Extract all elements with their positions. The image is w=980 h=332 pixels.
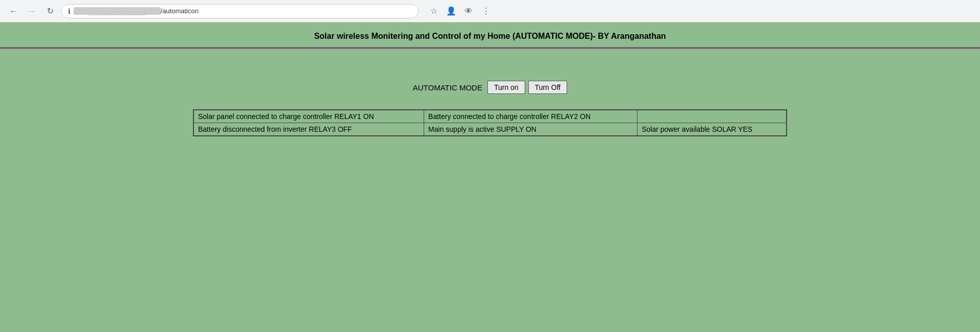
page-header: Solar wireless Monitering and Control of… (0, 22, 980, 48)
forward-button[interactable]: → (24, 4, 39, 18)
table-cell: Main supply is active SUPPLY ON (424, 123, 638, 136)
page-content: Solar wireless Monitering and Control of… (0, 22, 980, 332)
table-cell: Battery connected to charge controller R… (424, 110, 638, 123)
info-icon: ℹ (68, 7, 70, 15)
status-table: Solar panel connected to charge controll… (194, 110, 786, 135)
table-cell (638, 110, 786, 123)
table-cell: Solar panel connected to charge controll… (194, 110, 424, 123)
menu-button[interactable]: ⋮ (479, 4, 493, 18)
back-button[interactable]: ← (6, 4, 20, 18)
page-title: Solar wireless Monitering and Control of… (0, 32, 980, 41)
table-cell: Battery disconnected from inverter RELAY… (194, 123, 424, 136)
main-area: AUTOMATIC MODE Turn on Turn Off Solar pa… (0, 50, 980, 157)
auto-mode-label: AUTOMATIC MODE (413, 83, 482, 92)
table-row: Solar panel connected to charge controll… (194, 110, 786, 123)
auto-mode-row: AUTOMATIC MODE Turn on Turn Off (413, 81, 567, 94)
status-table-wrapper: Solar panel connected to charge controll… (193, 109, 787, 136)
turn-off-button[interactable]: Turn Off (528, 81, 568, 94)
address-bar[interactable]: ℹ ████████████/automaticon (61, 4, 419, 18)
table-cell: Solar power available SOLAR YES (638, 123, 786, 136)
url-text: ████████████/automaticon (74, 7, 412, 15)
eye-button[interactable]: 👁 (461, 4, 476, 18)
reload-button[interactable]: ↻ (43, 4, 57, 18)
browser-chrome: ← → ↻ ℹ ████████████/automaticon ☆ 👤 👁 ⋮ (0, 0, 980, 22)
table-row: Battery disconnected from inverter RELAY… (194, 123, 786, 136)
profile-button[interactable]: 👤 (444, 4, 458, 18)
url-redacted: ████████████ (74, 7, 161, 15)
turn-on-button[interactable]: Turn on (487, 81, 525, 94)
browser-actions: ☆ 👤 👁 ⋮ (427, 4, 493, 18)
bookmark-button[interactable]: ☆ (427, 4, 441, 18)
